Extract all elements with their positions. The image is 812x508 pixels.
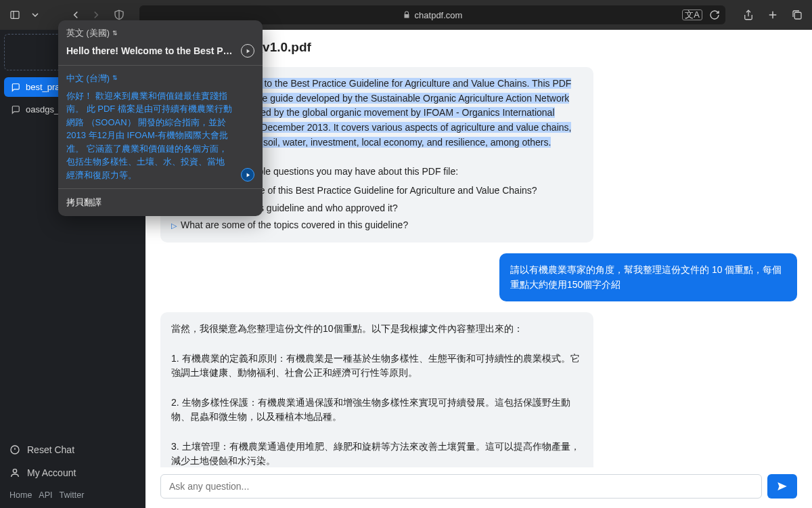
- new-tab-icon[interactable]: [766, 8, 780, 22]
- address-domain: chatpdf.com: [415, 10, 463, 20]
- nav-back-icon[interactable]: [69, 8, 83, 22]
- tabs-icon[interactable]: [790, 8, 804, 22]
- assistant-intro2: 當然，我很樂意為您整理這份文件的10個重點。以下是我根據文件內容整理出來的：: [171, 323, 523, 334]
- footer-home[interactable]: Home: [9, 490, 32, 500]
- user-icon: [9, 467, 20, 478]
- svg-rect-0: [11, 12, 19, 19]
- assistant-message: 當然，我很樂意為您整理這份文件的10個重點。以下是我根據文件內容整理出來的： 1…: [160, 312, 593, 467]
- translate-icon[interactable]: ⁠文A: [682, 9, 702, 20]
- file-name: best_pra: [26, 82, 60, 92]
- file-name: oasdgs_: [26, 104, 59, 114]
- chevron-down-icon[interactable]: [28, 8, 42, 22]
- chat-icon: [11, 83, 20, 92]
- reset-chat-label: Reset Chat: [27, 444, 74, 455]
- chat-input[interactable]: [160, 474, 762, 499]
- nav-forward-icon: [89, 8, 103, 22]
- point-1: 1. 有機農業的定義和原則：有機農業是一種基於生物多樣性、生態平衡和可持續性的農…: [171, 353, 580, 379]
- send-icon: [776, 480, 788, 492]
- copy-translation-label: 拷貝翻譯: [66, 197, 102, 207]
- play-translation-button[interactable]: [241, 168, 254, 182]
- reset-icon: [9, 444, 20, 455]
- updown-icon: ⇅: [112, 29, 118, 39]
- source-text: Hello there! Welcome to the Best Practic…: [66, 44, 235, 58]
- send-button[interactable]: [767, 474, 797, 499]
- source-language-label: 英文 (美國): [66, 27, 110, 40]
- point-3: 3. 土壤管理：有機農業通過使用堆肥、綠肥和旋耕等方法來改善土壤質量。這可以提高…: [171, 441, 580, 467]
- reset-chat-button[interactable]: Reset Chat: [9, 444, 136, 455]
- play-icon: [245, 172, 251, 178]
- copy-translation-button[interactable]: 拷貝翻譯: [58, 189, 263, 216]
- question-text: What are some of the topics covered in t…: [181, 218, 408, 233]
- play-source-button[interactable]: [241, 44, 254, 58]
- footer-twitter[interactable]: Twitter: [60, 490, 85, 500]
- reload-icon[interactable]: [709, 9, 720, 20]
- chat-input-bar: [145, 467, 812, 508]
- footer-links: Home API Twitter: [9, 490, 136, 500]
- target-language-select[interactable]: 中文 (台灣) ⇅: [66, 72, 254, 85]
- svg-rect-4: [794, 12, 801, 19]
- chat-icon: [11, 105, 20, 114]
- target-language-label: 中文 (台灣): [66, 72, 110, 85]
- my-account-label: My Account: [27, 467, 76, 478]
- lock-icon: [403, 11, 411, 19]
- translated-text: 你好！ 歡迎來到農業和價值鏈最佳實踐指南。 此 PDF 檔案是由可持續有機農業行…: [66, 89, 235, 182]
- svg-point-8: [13, 469, 16, 473]
- footer-api[interactable]: API: [39, 490, 52, 500]
- updown-icon: ⇅: [112, 74, 118, 83]
- triangle-icon: ▷: [171, 220, 177, 232]
- point-2: 2. 生物多樣性保護：有機農業通過保護和增強生物多樣性來實現可持續發展。這包括保…: [171, 397, 570, 423]
- user-message: 請以有機農業專家的角度，幫我整理這份文件的 10 個重點，每個重點大約使用150…: [499, 253, 797, 301]
- sidebar-toggle-icon[interactable]: [8, 8, 22, 22]
- my-account-button[interactable]: My Account: [9, 467, 136, 478]
- example-question[interactable]: ▷What are some of the topics covered in …: [171, 218, 583, 233]
- translate-popup: 英文 (美國) ⇅ Hello there! Welcome to the Be…: [58, 20, 263, 216]
- share-icon[interactable]: [742, 8, 755, 22]
- shield-icon[interactable]: [112, 8, 126, 22]
- play-icon: [245, 48, 251, 54]
- user-text: 請以有機農業專家的角度，幫我整理這份文件的 10 個重點，每個重點大約使用150…: [510, 264, 782, 290]
- source-language-select[interactable]: 英文 (美國) ⇅: [66, 27, 254, 40]
